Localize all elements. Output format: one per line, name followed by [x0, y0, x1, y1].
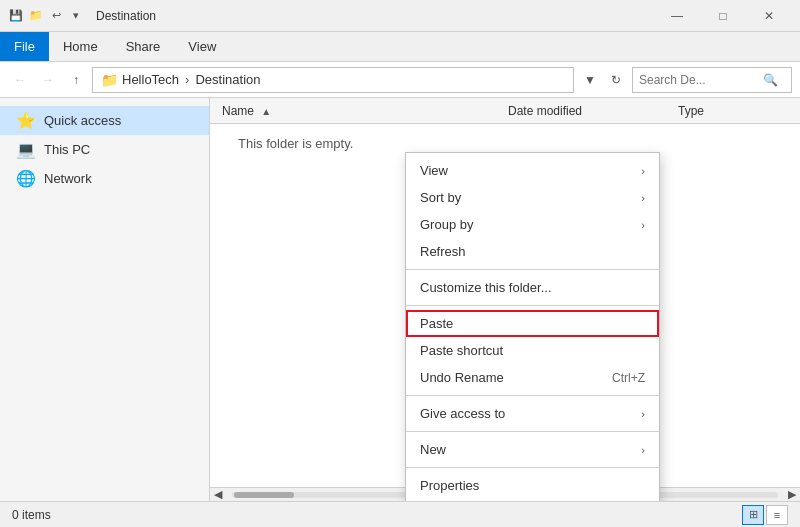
ctx-item-give-access[interactable]: Give access to › — [406, 400, 659, 427]
maximize-button[interactable]: □ — [700, 0, 746, 32]
menu-bar: File Home Share View — [0, 32, 800, 62]
scroll-thumb[interactable] — [234, 492, 294, 498]
separator-2 — [406, 305, 659, 306]
sidebar-item-thispc[interactable]: 💻 This PC — [0, 135, 209, 164]
close-button[interactable]: ✕ — [746, 0, 792, 32]
grid-view-button[interactable]: ⊞ — [742, 505, 764, 525]
search-input[interactable] — [639, 73, 759, 87]
star-icon: ⭐ — [16, 111, 36, 130]
address-bar: ← → ↑ 📁 Quick access HelloTech › Destina… — [0, 62, 800, 98]
file-list: This folder is empty. View › Sort by › G… — [210, 124, 800, 501]
col-type-header[interactable]: Type — [678, 104, 704, 118]
undo-shortcut: Ctrl+Z — [612, 371, 645, 385]
network-icon: 🌐 — [16, 169, 36, 188]
minimize-button[interactable]: — — [654, 0, 700, 32]
ctx-item-view[interactable]: View › — [406, 157, 659, 184]
ctx-item-new[interactable]: New › — [406, 436, 659, 463]
sort-arrow-icon: ▲ — [261, 106, 271, 117]
main-content: ⭐ Quick access 💻 This PC 🌐 Network Name … — [0, 98, 800, 501]
title-bar-icons: 💾 📁 ↩ ▾ — [8, 8, 84, 24]
separator-4 — [406, 431, 659, 432]
scroll-left-icon[interactable]: ◀ — [210, 488, 226, 501]
forward-button[interactable]: → — [36, 68, 60, 92]
title-bar: 💾 📁 ↩ ▾ Destination — □ ✕ — [0, 0, 800, 32]
address-path[interactable]: 📁 Quick access HelloTech › Destination — [92, 67, 574, 93]
empty-message: This folder is empty. — [238, 136, 792, 151]
arrow-icon-access: › — [641, 408, 645, 420]
search-icon: 🔍 — [763, 73, 778, 87]
folder-icon: 📁 — [28, 8, 44, 24]
sidebar-label-quickaccess: Quick access — [44, 113, 121, 128]
address-refresh-button[interactable]: ↻ — [604, 68, 628, 92]
separator-5 — [406, 467, 659, 468]
home-menu[interactable]: Home — [49, 32, 112, 61]
arrow-icon-view: › — [641, 165, 645, 177]
view-buttons: ⊞ ≡ — [742, 505, 788, 525]
up-button[interactable]: ↑ — [64, 68, 88, 92]
back-button[interactable]: ← — [8, 68, 32, 92]
ctx-item-customize[interactable]: Customize this folder... — [406, 274, 659, 301]
separator-1 — [406, 269, 659, 270]
arrow-icon-new: › — [641, 444, 645, 456]
sidebar-item-quickaccess[interactable]: ⭐ Quick access — [0, 106, 209, 135]
status-bar: 0 items ⊞ ≡ — [0, 501, 800, 527]
arrow-icon-sortby: › — [641, 192, 645, 204]
path-destination: Destination — [195, 72, 260, 87]
arrow-icon-groupby: › — [641, 219, 645, 231]
ctx-item-sortby[interactable]: Sort by › — [406, 184, 659, 211]
col-name-header[interactable]: Name ▲ — [218, 104, 508, 118]
sidebar-label-network: Network — [44, 171, 92, 186]
separator-3 — [406, 395, 659, 396]
col-date-header[interactable]: Date modified — [508, 104, 678, 118]
path-folder-icon: 📁 — [101, 72, 118, 88]
pc-icon: 💻 — [16, 140, 36, 159]
ctx-item-refresh[interactable]: Refresh — [406, 238, 659, 265]
dropdown-icon: ▾ — [68, 8, 84, 24]
context-menu: View › Sort by › Group by › Refresh — [405, 152, 660, 501]
ctx-item-groupby[interactable]: Group by › — [406, 211, 659, 238]
address-dropdown-button[interactable]: ▼ — [578, 68, 602, 92]
view-menu[interactable]: View — [174, 32, 230, 61]
undo-icon: ↩ — [48, 8, 64, 24]
ctx-item-undo-rename[interactable]: Undo Rename Ctrl+Z — [406, 364, 659, 391]
ctx-item-properties[interactable]: Properties — [406, 472, 659, 499]
save-icon: 💾 — [8, 8, 24, 24]
column-header: Name ▲ Date modified Type — [210, 98, 800, 124]
file-area: Name ▲ Date modified Type This folder is… — [210, 98, 800, 501]
ctx-item-paste-shortcut[interactable]: Paste shortcut — [406, 337, 659, 364]
address-controls: ▼ ↻ — [578, 68, 628, 92]
path-sep-1: › — [185, 72, 189, 87]
window-controls: — □ ✕ — [654, 0, 792, 32]
sidebar: ⭐ Quick access 💻 This PC 🌐 Network — [0, 98, 210, 501]
scroll-right-icon[interactable]: ▶ — [784, 488, 800, 501]
sidebar-item-network[interactable]: 🌐 Network — [0, 164, 209, 193]
file-menu[interactable]: File — [0, 32, 49, 61]
search-box[interactable]: 🔍 — [632, 67, 792, 93]
path-hellotech: HelloTech — [122, 72, 179, 87]
share-menu[interactable]: Share — [112, 32, 175, 61]
window-title: Destination — [96, 9, 156, 23]
list-view-button[interactable]: ≡ — [766, 505, 788, 525]
ctx-item-paste[interactable]: Paste — [406, 310, 659, 337]
sidebar-label-thispc: This PC — [44, 142, 90, 157]
status-text: 0 items — [12, 508, 51, 522]
